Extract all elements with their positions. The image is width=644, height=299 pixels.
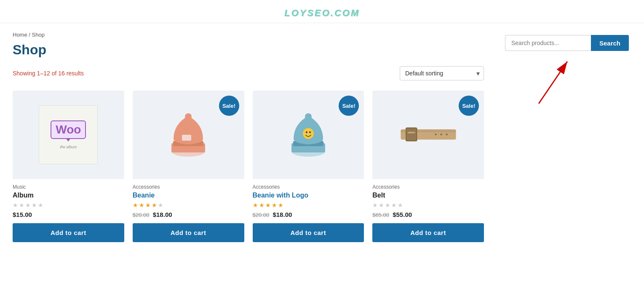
breadcrumb-current: Shop <box>32 32 45 38</box>
sort-wrapper[interactable]: Default sorting Sort by popularity Sort … <box>400 66 484 80</box>
star-2: ★ <box>19 202 24 208</box>
site-logo: LOYSEO.COM <box>284 8 360 18</box>
product-image-beanie-logo: Sale! <box>253 91 364 179</box>
stars-beanie: ★ ★ ★ ★ ★ <box>133 202 244 208</box>
stars-album: ★ ★ ★ ★ ★ <box>13 202 124 208</box>
svg-point-11 <box>305 113 312 120</box>
svg-rect-16 <box>408 132 415 133</box>
product-card-beanie: Sale! Accessories Beanie ★ <box>133 91 244 242</box>
search-widget: Search <box>505 35 627 51</box>
price-beanie: $20.00 $18.00 <box>133 211 244 218</box>
svg-point-4 <box>185 113 192 120</box>
product-image-beanie: Sale! <box>133 91 244 179</box>
star-5: ★ <box>278 202 283 208</box>
shop-meta: Showing 1–12 of 16 results Default sorti… <box>13 66 484 80</box>
svg-point-18 <box>435 133 436 135</box>
svg-rect-3 <box>182 135 191 141</box>
content-area: Home / Shop Shop Showing 1–12 of 16 resu… <box>8 23 492 259</box>
product-category-beanie: Accessories <box>133 184 244 190</box>
star-4: ★ <box>272 202 277 208</box>
star-4: ★ <box>32 202 37 208</box>
svg-point-10 <box>309 131 311 133</box>
breadcrumb: Home / Shop <box>13 32 484 38</box>
sale-badge-beanie-logo: Sale! <box>339 96 359 116</box>
album-art: Woo the album <box>39 105 98 164</box>
sidebar: Search <box>492 23 636 259</box>
sort-select[interactable]: Default sorting Sort by popularity Sort … <box>400 66 484 80</box>
star-5: ★ <box>158 202 163 208</box>
arrow-annotation <box>505 55 627 106</box>
product-name-album: Album <box>13 192 124 199</box>
product-category-album: Music <box>13 184 124 190</box>
svg-point-20 <box>446 133 447 135</box>
page-title: Shop <box>13 42 484 58</box>
album-woo-text: Woo <box>51 120 86 139</box>
beanie-svg <box>167 112 209 158</box>
price-old-belt: $65.00 <box>372 212 389 218</box>
star-1: ★ <box>253 202 258 208</box>
breadcrumb-separator: / <box>29 32 30 38</box>
price-new-beanie: $18.00 <box>153 211 172 218</box>
red-arrow-svg <box>505 55 572 106</box>
price-new-beanie-logo: $18.00 <box>273 211 292 218</box>
sale-badge-beanie: Sale! <box>219 96 239 116</box>
svg-point-9 <box>306 131 307 133</box>
add-to-cart-belt[interactable]: Add to cart <box>372 223 484 242</box>
price-old-beanie-logo: $20.00 <box>253 212 270 218</box>
breadcrumb-home[interactable]: Home <box>13 32 27 38</box>
star-3: ★ <box>265 202 271 208</box>
product-name-beanie-logo: Beanie with Logo <box>253 192 364 199</box>
results-count: Showing 1–12 of 16 results <box>13 70 84 77</box>
star-3: ★ <box>145 202 151 208</box>
product-image-belt: Sale! <box>372 91 484 179</box>
product-category-belt: Accessories <box>372 184 484 190</box>
star-3: ★ <box>25 202 31 208</box>
add-to-cart-beanie-logo[interactable]: Add to cart <box>253 223 364 242</box>
svg-rect-15 <box>407 129 416 140</box>
svg-line-22 <box>539 61 567 104</box>
product-category-beanie-logo: Accessories <box>253 184 364 190</box>
svg-point-8 <box>303 128 314 139</box>
star-2: ★ <box>139 202 144 208</box>
add-to-cart-beanie[interactable]: Add to cart <box>133 223 244 242</box>
product-card-belt: Sale! <box>372 91 484 242</box>
product-card-album: Woo the album Music Album ★ ★ ★ ★ ★ $15.… <box>13 91 124 242</box>
product-name-belt: Belt <box>372 192 484 199</box>
search-button[interactable]: Search <box>591 35 629 51</box>
site-header: LOYSEO.COM <box>0 0 644 23</box>
product-card-beanie-logo: Sale! Accessories <box>253 91 364 242</box>
search-input[interactable] <box>505 35 591 51</box>
price-regular-album: $15.00 <box>13 211 32 218</box>
product-name-beanie: Beanie <box>133 192 244 199</box>
star-2: ★ <box>379 202 384 208</box>
price-old-beanie: $20.00 <box>133 212 150 218</box>
star-5: ★ <box>38 202 43 208</box>
star-4: ★ <box>391 202 397 208</box>
sale-badge-belt: Sale! <box>459 96 479 116</box>
price-beanie-logo: $20.00 $18.00 <box>253 211 364 218</box>
belt-svg <box>399 118 458 152</box>
price-new-belt: $55.00 <box>393 211 412 218</box>
price-album: $15.00 <box>13 211 124 218</box>
star-1: ★ <box>133 202 138 208</box>
star-1: ★ <box>13 202 18 208</box>
price-belt: $65.00 $55.00 <box>372 211 484 218</box>
products-grid: Woo the album Music Album ★ ★ ★ ★ ★ $15.… <box>13 91 484 242</box>
beanie-logo-svg <box>287 112 329 158</box>
product-image-album: Woo the album <box>13 91 124 179</box>
stars-beanie-logo: ★ ★ ★ ★ ★ <box>253 202 364 208</box>
main-layout: Home / Shop Shop Showing 1–12 of 16 resu… <box>0 23 644 259</box>
add-to-cart-album[interactable]: Add to cart <box>13 223 124 242</box>
svg-point-19 <box>440 133 442 135</box>
album-subtitle: the album <box>60 145 77 149</box>
star-4: ★ <box>152 202 157 208</box>
star-1: ★ <box>372 202 378 208</box>
star-2: ★ <box>259 202 265 208</box>
stars-belt: ★ ★ ★ ★ ★ <box>372 202 484 208</box>
star-5: ★ <box>398 202 403 208</box>
star-3: ★ <box>385 202 390 208</box>
